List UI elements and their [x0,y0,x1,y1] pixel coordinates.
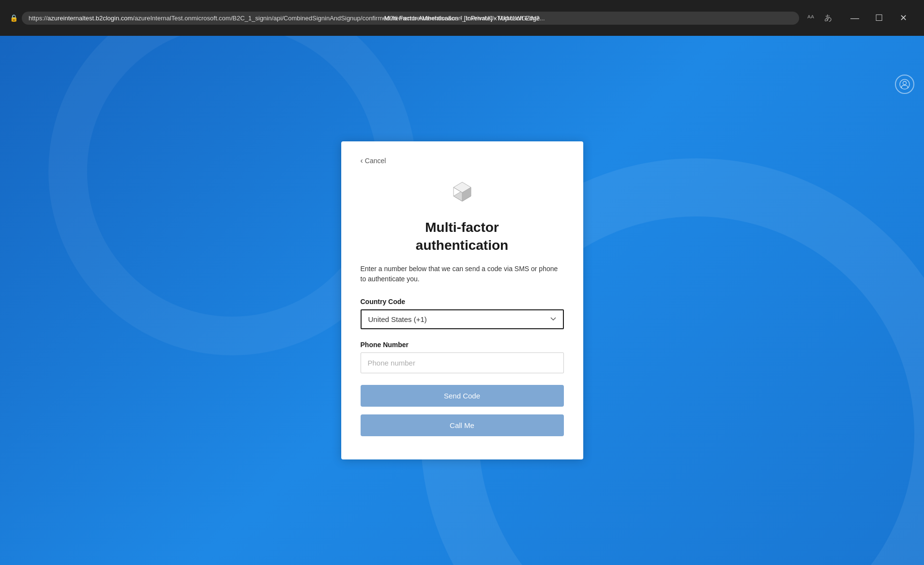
read-aloud-icon[interactable]: ᴬᴬ [803,10,818,26]
call-me-button[interactable]: Call Me [361,414,564,436]
country-code-select[interactable]: United States (+1) United Kingdom (+44) … [361,309,564,329]
browser-title: Multi Factor Authentication - [InPrivate… [384,15,540,22]
url-prefix: https:// [29,15,47,22]
url-host: azureinternaltest.b2clogin.com [47,15,133,22]
chevron-left-icon: ‹ [361,157,363,165]
country-code-label: Country Code [361,298,564,305]
phone-number-input[interactable] [361,352,564,373]
close-button[interactable]: ✕ [892,10,914,26]
svg-point-1 [903,81,907,85]
auth-card: ‹ Cancel Multi-factor authentication [341,141,583,459]
lock-icon: 🔒 [10,14,18,22]
phone-number-label: Phone Number [361,341,564,349]
cube-logo-icon [445,174,480,209]
profile-icon[interactable] [895,75,914,94]
maximize-button[interactable]: ☐ [868,10,890,26]
logo-container [361,174,564,209]
cancel-link[interactable]: ‹ Cancel [361,157,564,165]
minimize-button[interactable]: — [844,10,866,26]
translate-icon[interactable]: あ [820,10,836,26]
page-title: Multi-factor authentication [361,219,564,254]
page-background: ‹ Cancel Multi-factor authentication [0,36,924,565]
window-controls: — ☐ ✕ [844,10,914,26]
send-code-button[interactable]: Send Code [361,385,564,407]
browser-actions: ᴬᴬ あ [803,10,836,26]
browser-chrome: Multi Factor Authentication - [InPrivate… [0,0,924,36]
cancel-label: Cancel [365,157,386,165]
page-description: Enter a number below that we can send a … [361,264,564,284]
